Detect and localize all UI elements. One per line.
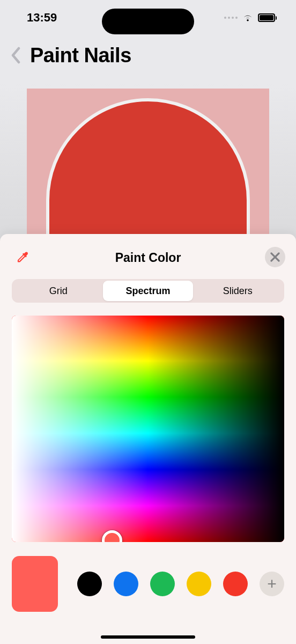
battery-icon	[258, 13, 277, 22]
spectrum-picker[interactable]	[12, 316, 284, 542]
page-title: Paint Nails	[30, 44, 131, 67]
status-time: 13:59	[27, 11, 57, 25]
nav-header: Paint Nails	[0, 35, 296, 75]
cellular-dots-icon	[224, 17, 238, 19]
preset-swatch-black[interactable]	[77, 572, 102, 596]
preset-colors-row: +	[68, 572, 284, 596]
status-bar: 13:59	[0, 0, 296, 35]
eyedropper-button[interactable]	[14, 248, 32, 266]
tab-grid[interactable]: Grid	[13, 281, 103, 301]
plus-icon: +	[267, 575, 277, 593]
back-button[interactable]	[11, 47, 21, 64]
current-color-swatch	[12, 556, 58, 612]
preset-swatch-red[interactable]	[223, 572, 248, 596]
wifi-icon	[242, 13, 254, 22]
dynamic-island	[102, 9, 194, 34]
add-swatch-button[interactable]: +	[260, 572, 284, 596]
home-indicator[interactable]	[101, 635, 195, 639]
close-button[interactable]	[265, 247, 285, 267]
sheet-title: Paint Color	[115, 251, 181, 265]
preset-swatch-green[interactable]	[150, 572, 175, 596]
picker-mode-segmented-control: Grid Spectrum Sliders	[12, 279, 284, 303]
preset-swatch-yellow[interactable]	[187, 572, 211, 596]
color-picker-sheet: Paint Color Grid Spectrum Sliders +	[0, 234, 296, 644]
tab-sliders[interactable]: Sliders	[193, 281, 283, 301]
tab-spectrum[interactable]: Spectrum	[103, 281, 193, 301]
preset-swatch-blue[interactable]	[114, 572, 138, 596]
